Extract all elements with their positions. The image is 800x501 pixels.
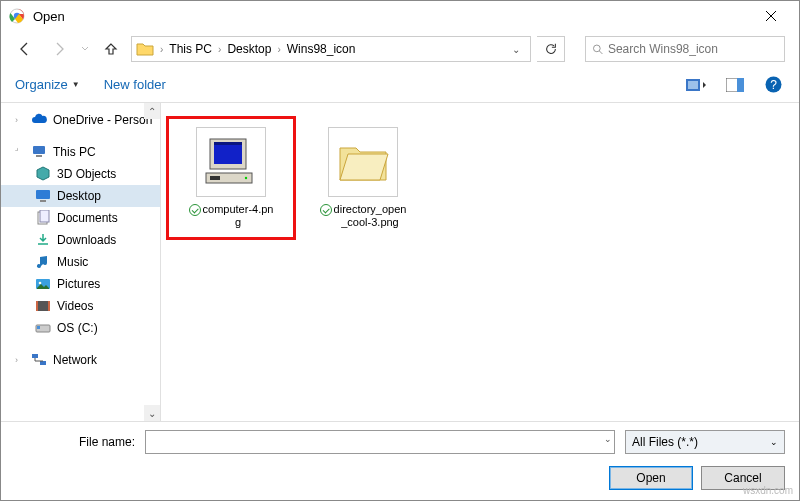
- tree-item-osc[interactable]: OS (C:): [1, 317, 160, 339]
- tree-label: OneDrive - Person: [53, 113, 152, 127]
- close-button[interactable]: [751, 2, 791, 30]
- tree-label: Music: [57, 255, 88, 269]
- tree-item-downloads[interactable]: Downloads: [1, 229, 160, 251]
- chevron-down-icon[interactable]: ⌄: [604, 434, 612, 444]
- cloud-icon: [31, 112, 47, 128]
- chevron-right-icon[interactable]: ›: [216, 44, 223, 55]
- tree-item-thispc[interactable]: › This PC: [1, 141, 160, 163]
- svg-rect-23: [40, 361, 46, 365]
- chevron-right-icon[interactable]: ›: [15, 355, 25, 365]
- tree-label: 3D Objects: [57, 167, 116, 181]
- chevron-down-icon: ⌄: [770, 437, 778, 447]
- tree-label: This PC: [53, 145, 96, 159]
- search-icon: [592, 43, 604, 56]
- chevron-right-icon[interactable]: ›: [275, 44, 282, 55]
- download-icon: [35, 232, 51, 248]
- chevron-down-icon[interactable]: ›: [13, 145, 27, 159]
- nav-back-button[interactable]: [11, 35, 39, 63]
- tree-label: Desktop: [57, 189, 101, 203]
- svg-rect-4: [688, 81, 698, 89]
- chevron-down-icon[interactable]: ⌄: [506, 44, 526, 55]
- svg-rect-25: [214, 142, 242, 164]
- filetype-filter[interactable]: All Files (*.*) ⌄: [625, 430, 785, 454]
- svg-point-16: [39, 282, 42, 285]
- preview-pane-button[interactable]: [723, 73, 747, 97]
- videos-icon: [35, 298, 51, 314]
- organize-menu[interactable]: Organize▼: [15, 77, 80, 92]
- svg-rect-26: [214, 142, 242, 145]
- newfolder-button[interactable]: New folder: [104, 77, 166, 92]
- documents-icon: [35, 210, 51, 226]
- file-thumbnail: [196, 127, 266, 197]
- svg-rect-19: [48, 301, 50, 311]
- tree-label: Videos: [57, 299, 93, 313]
- tree-item-onedrive[interactable]: › OneDrive - Person: [1, 109, 160, 131]
- file-tile[interactable]: computer-4.pn g: [171, 121, 291, 235]
- music-icon: [35, 254, 51, 270]
- svg-text:?: ?: [770, 78, 777, 92]
- tree-scroll-up[interactable]: ⌃: [144, 103, 160, 119]
- nav-tree: ⌃ › OneDrive - Person › This PC 3D Objec…: [1, 103, 161, 421]
- breadcrumb-current[interactable]: Wins98_icon: [283, 42, 360, 56]
- tree-label: Documents: [57, 211, 118, 225]
- disk-icon: [35, 320, 51, 336]
- computer-icon: [31, 144, 47, 160]
- tree-item-pictures[interactable]: Pictures: [1, 273, 160, 295]
- desktop-icon: [35, 188, 51, 204]
- pictures-icon: [35, 276, 51, 292]
- tree-item-desktop[interactable]: Desktop: [1, 185, 160, 207]
- nav-history-dropdown[interactable]: [79, 35, 91, 63]
- svg-rect-22: [32, 354, 38, 358]
- app-chrome-icon: [9, 8, 25, 24]
- svg-rect-9: [33, 146, 45, 154]
- filename-label: File name:: [15, 435, 135, 449]
- tree-item-documents[interactable]: Documents: [1, 207, 160, 229]
- tree-item-videos[interactable]: Videos: [1, 295, 160, 317]
- tree-label: Downloads: [57, 233, 116, 247]
- file-name: computer-4.pn g: [203, 203, 274, 229]
- nav-forward-button[interactable]: [45, 35, 73, 63]
- tree-label: Network: [53, 353, 97, 367]
- breadcrumb-bar[interactable]: › This PC › Desktop › Wins98_icon ⌄: [131, 36, 531, 62]
- refresh-button[interactable]: [537, 36, 565, 62]
- view-mode-button[interactable]: [685, 73, 709, 97]
- network-icon: [31, 352, 47, 368]
- breadcrumb-thispc[interactable]: This PC: [165, 42, 216, 56]
- tree-scroll-down[interactable]: ⌄: [144, 405, 160, 421]
- help-button[interactable]: ?: [761, 73, 785, 97]
- window-title: Open: [33, 9, 751, 24]
- chevron-right-icon[interactable]: ›: [15, 115, 25, 125]
- svg-rect-14: [40, 210, 49, 222]
- sync-icon: [189, 204, 201, 216]
- tree-label: Pictures: [57, 277, 100, 291]
- svg-point-2: [593, 45, 600, 52]
- chevron-down-icon: ▼: [72, 80, 80, 89]
- filename-input[interactable]: [150, 431, 594, 453]
- nav-up-button[interactable]: [97, 35, 125, 63]
- chevron-right-icon[interactable]: ›: [158, 44, 165, 55]
- search-box[interactable]: [585, 36, 785, 62]
- file-list[interactable]: computer-4.pn g directory_open _cool-3.p…: [161, 103, 799, 421]
- svg-rect-21: [37, 326, 40, 329]
- watermark: wsxdn.com: [743, 485, 793, 496]
- folder-icon: [136, 40, 154, 58]
- file-tile[interactable]: directory_open _cool-3.png: [303, 121, 423, 235]
- svg-point-29: [245, 177, 247, 179]
- tree-item-music[interactable]: Music: [1, 251, 160, 273]
- svg-rect-28: [210, 176, 220, 180]
- tree-item-network[interactable]: › Network: [1, 349, 160, 371]
- file-thumbnail: [328, 127, 398, 197]
- tree-label: OS (C:): [57, 321, 98, 335]
- svg-rect-11: [36, 190, 50, 199]
- svg-rect-6: [737, 78, 744, 92]
- open-button[interactable]: Open: [609, 466, 693, 490]
- svg-rect-12: [40, 200, 46, 202]
- svg-rect-18: [36, 301, 38, 311]
- breadcrumb-desktop[interactable]: Desktop: [223, 42, 275, 56]
- file-name: directory_open _cool-3.png: [334, 203, 407, 229]
- filter-label: All Files (*.*): [632, 435, 698, 449]
- search-input[interactable]: [608, 42, 778, 56]
- tree-item-3dobjects[interactable]: 3D Objects: [1, 163, 160, 185]
- filename-combobox[interactable]: ⌄: [145, 430, 615, 454]
- cube-icon: [35, 166, 51, 182]
